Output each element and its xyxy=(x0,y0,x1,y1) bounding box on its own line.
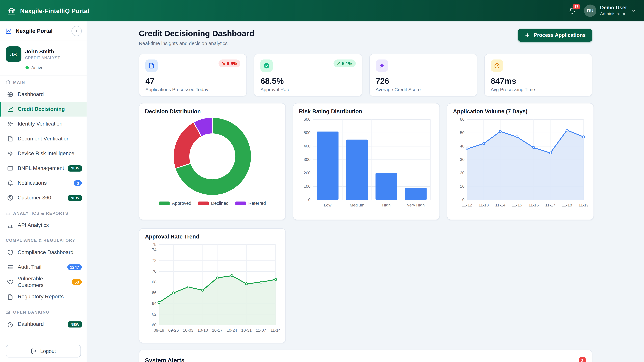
svg-text:0: 0 xyxy=(308,197,310,202)
svg-text:30: 30 xyxy=(460,157,464,162)
svg-text:Very High: Very High xyxy=(407,203,425,207)
sidebar-item-api-analytics[interactable]: API Analytics xyxy=(0,218,87,233)
legend-swatch xyxy=(235,201,246,205)
svg-text:10: 10 xyxy=(460,184,464,189)
sidebar-section-open-banking: OPEN BANKING xyxy=(0,304,87,317)
svg-text:11-15: 11-15 xyxy=(512,203,522,207)
sidebar-item-audit-trail[interactable]: Audit Trail1247 xyxy=(0,260,87,275)
decision-distribution-donut-chart xyxy=(145,114,280,198)
count-badge: 1247 xyxy=(67,264,82,270)
trend-value: 9.6% xyxy=(227,61,237,66)
svg-text:11-13: 11-13 xyxy=(478,203,489,207)
sidebar-header: Nexgile Portal xyxy=(0,21,87,41)
svg-text:50: 50 xyxy=(460,130,464,135)
trend-value: 5.1% xyxy=(342,61,352,66)
check-circle-icon xyxy=(263,62,270,69)
svg-text:High: High xyxy=(382,203,390,207)
svg-text:200: 200 xyxy=(304,171,310,175)
page-subtitle: Real-time insights and decision analytic… xyxy=(139,40,254,46)
svg-text:500: 500 xyxy=(304,130,310,135)
sidebar-item-dashboard[interactable]: DashboardNEW xyxy=(0,317,87,332)
topbar-brand: Nexgile-FintelliQ Portal xyxy=(8,6,90,15)
legend-swatch xyxy=(159,201,170,205)
legend-item-declined[interactable]: Declined xyxy=(198,201,228,206)
sidebar-user-card: JS John Smith CREDIT ANALYST Active xyxy=(0,41,87,76)
sidebar-item-label: API Analytics xyxy=(18,222,82,229)
svg-text:Low: Low xyxy=(324,203,332,207)
heart-icon xyxy=(7,279,14,285)
sidebar-item-compliance-dashboard[interactable]: Compliance Dashboard xyxy=(0,245,87,260)
section-label: OPEN BANKING xyxy=(13,310,50,314)
svg-text:64: 64 xyxy=(152,301,156,306)
svg-text:400: 400 xyxy=(304,144,310,148)
chart-line-icon xyxy=(7,106,14,112)
bell-icon xyxy=(7,180,14,186)
sidebar-user-role: CREDIT ANALYST xyxy=(25,56,60,60)
stat-value: 847ms xyxy=(491,76,586,86)
sidebar-section-analytics-reports: ANALYTICS & REPORTS xyxy=(0,205,87,218)
sidebar-item-bnpl-management[interactable]: BNPL ManagementNEW xyxy=(0,161,87,176)
topbar: Nexgile-FintelliQ Portal 17 DU Demo User… xyxy=(0,0,644,21)
svg-text:10-24: 10-24 xyxy=(226,328,237,333)
sidebar-item-label: Regulatory Reports xyxy=(18,294,82,300)
bar-chart-icon xyxy=(6,211,10,215)
bank-icon xyxy=(6,310,10,315)
sidebar-item-label: Dashboard xyxy=(18,321,64,328)
logout-button[interactable]: Logout xyxy=(6,345,81,358)
svg-text:11-18: 11-18 xyxy=(562,203,572,207)
sidebar-section-compliance-regulatory: COMPLIANCE & REGULATORY xyxy=(0,233,87,245)
count-badge: 3 xyxy=(74,180,82,186)
process-applications-button[interactable]: Process Applications xyxy=(518,29,592,42)
legend-item-referred[interactable]: Referred xyxy=(235,201,266,206)
credit-card-icon xyxy=(7,165,14,171)
svg-text:11-07: 11-07 xyxy=(256,328,266,333)
svg-text:0: 0 xyxy=(462,197,464,202)
globe-icon xyxy=(7,91,14,98)
gauge-icon xyxy=(494,62,500,69)
sidebar-collapse-button[interactable] xyxy=(72,26,82,36)
charts-row: Decision Distribution ApprovedDeclinedRe… xyxy=(139,103,592,220)
stat-label: Average Credit Score xyxy=(376,87,470,92)
svg-text:11-19: 11-19 xyxy=(578,203,588,207)
warn-badge: 63 xyxy=(72,279,82,285)
sidebar-item-customer-360[interactable]: Customer 360NEW xyxy=(0,190,87,205)
user-info: Demo User Administrator xyxy=(600,5,627,16)
sidebar-section-main: MAIN xyxy=(0,76,87,87)
sidebar-item-notifications[interactable]: Notifications3 xyxy=(0,176,87,190)
svg-text:11-12: 11-12 xyxy=(462,203,472,207)
user-menu[interactable]: DU Demo User Administrator xyxy=(584,4,636,17)
sidebar-footer: Logout xyxy=(0,340,87,362)
notifications-button[interactable]: 17 xyxy=(568,6,576,15)
star-icon xyxy=(378,62,385,69)
sidebar-item-regulatory-reports[interactable]: Regulatory Reports xyxy=(0,290,87,304)
chart-title: Application Volume (7 Days) xyxy=(453,108,588,115)
chevron-down-icon xyxy=(631,8,636,13)
risk-rating-distribution-card: Risk Rating Distribution 010020030040050… xyxy=(293,103,440,220)
sidebar-item-label: Vulnerable Customers xyxy=(18,275,68,289)
sidebar-item-device-risk-intelligence[interactable]: Device Risk Intelligence xyxy=(0,146,87,161)
file-icon xyxy=(7,135,14,142)
svg-text:10-03: 10-03 xyxy=(183,328,193,333)
sidebar: Nexgile Portal JS John Smith CREDIT ANAL… xyxy=(0,21,87,362)
home-icon xyxy=(6,80,10,84)
user-role: Administrator xyxy=(600,11,627,16)
stat-icon-chip xyxy=(491,59,503,72)
svg-text:60: 60 xyxy=(460,117,464,121)
chart-legend: ApprovedDeclinedReferred xyxy=(145,201,280,206)
system-alerts-title: System Alerts xyxy=(145,357,184,362)
svg-text:100: 100 xyxy=(304,184,310,189)
sidebar-item-vulnerable-customers[interactable]: Vulnerable Customers63 xyxy=(0,275,87,290)
legend-item-approved[interactable]: Approved xyxy=(159,201,191,206)
section-label: MAIN xyxy=(13,80,25,84)
sidebar-item-document-verification[interactable]: Document Verification xyxy=(0,131,87,146)
page-title: Credit Decisioning Dashboard xyxy=(139,29,254,38)
approval-rate-trend-card: Approval Rate Trend 60626466687072747509… xyxy=(139,228,286,343)
svg-text:10-31: 10-31 xyxy=(241,328,252,333)
system-alerts-card: System Alerts 3 xyxy=(139,350,592,362)
sidebar-item-dashboard[interactable]: Dashboard xyxy=(0,87,87,102)
sidebar-item-credit-decisioning[interactable]: Credit Decisioning xyxy=(0,102,87,116)
page-header: Credit Decisioning Dashboard Real-time i… xyxy=(139,29,592,46)
application-volume-line-chart: 010203040506011-1211-1311-1411-1511-1611… xyxy=(453,114,588,211)
sidebar-item-identity-verification[interactable]: Identity Verification xyxy=(0,117,87,131)
plus-icon xyxy=(524,32,530,38)
